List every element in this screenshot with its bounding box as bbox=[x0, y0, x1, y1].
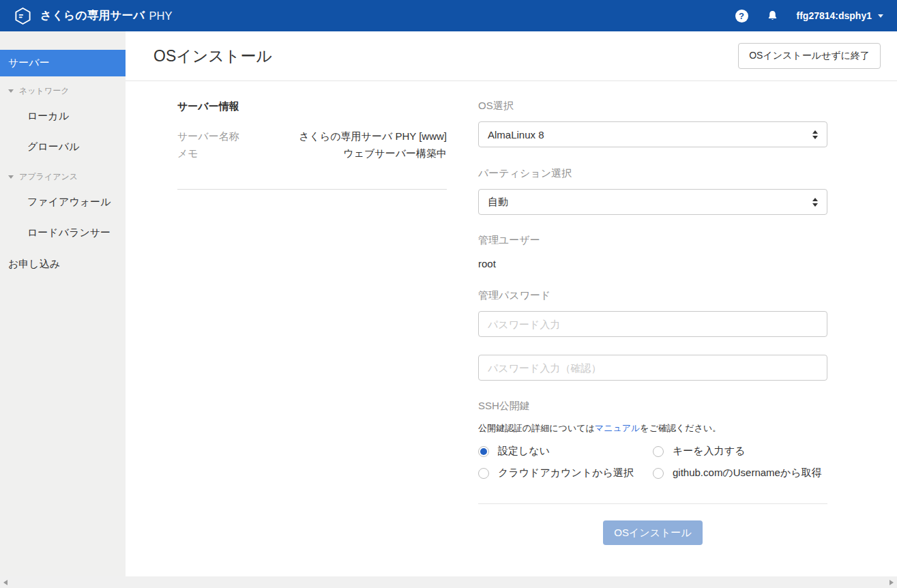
os-install-form: OS選択 AlmaLinux 8 パーティション選択 自動 管理ユーザー roo… bbox=[478, 100, 827, 545]
sidebar-item-local[interactable]: ローカル bbox=[0, 101, 126, 132]
radio-cloud-account[interactable]: クラウドアカウントから選択 bbox=[478, 467, 653, 480]
sidebar: サーバー ネットワーク ローカル グローバル アプライアンス ファイアウォール … bbox=[0, 31, 126, 576]
password-confirm-input[interactable] bbox=[478, 355, 827, 381]
radio-unselected-icon bbox=[653, 468, 664, 479]
sidebar-item-global[interactable]: グローバル bbox=[0, 132, 126, 162]
radio-unselected-icon bbox=[653, 446, 664, 457]
server-name-value: さくらの専用サーバ PHY [www] bbox=[299, 128, 447, 145]
os-select-label: OS選択 bbox=[478, 100, 827, 111]
exit-without-install-button[interactable]: OSインストールせずに終了 bbox=[738, 43, 881, 69]
memo-label: メモ bbox=[177, 145, 198, 162]
partition-select-label: パーティション選択 bbox=[478, 168, 827, 178]
server-info-title: サーバー情報 bbox=[177, 100, 447, 113]
scroll-left-icon[interactable] bbox=[3, 580, 8, 585]
divider bbox=[177, 189, 447, 190]
server-info-panel: サーバー情報 サーバー名称 さくらの専用サーバ PHY [www] メモ ウェブ… bbox=[177, 100, 447, 545]
account-name: ffg27814:dsphy1 bbox=[797, 10, 872, 21]
up-down-arrows-icon bbox=[812, 198, 818, 207]
server-name-label: サーバー名称 bbox=[177, 128, 239, 145]
admin-password-label: 管理パスワード bbox=[478, 290, 827, 300]
partition-select[interactable]: 自動 bbox=[478, 189, 827, 215]
radio-unselected-icon bbox=[478, 468, 489, 479]
sidebar-section-label: アプライアンス bbox=[19, 171, 78, 183]
manual-link[interactable]: マニュアル bbox=[595, 423, 641, 433]
triangle-down-icon bbox=[8, 175, 14, 179]
radio-label: クラウドアカウントから選択 bbox=[498, 467, 634, 480]
brand-title: さくらの専用サーバ bbox=[40, 8, 145, 23]
sidebar-item-order[interactable]: お申し込み bbox=[0, 248, 126, 280]
admin-user-label: 管理ユーザー bbox=[478, 235, 827, 245]
memo-value: ウェブサーバー構築中 bbox=[343, 145, 447, 162]
sidebar-item-server[interactable]: サーバー bbox=[0, 50, 126, 76]
page-header: OSインストール OSインストールせずに終了 bbox=[126, 31, 897, 81]
os-install-button[interactable]: OSインストール bbox=[603, 520, 702, 545]
radio-label: 設定しない bbox=[498, 445, 550, 458]
ssh-key-label: SSH公開鍵 bbox=[478, 400, 827, 411]
admin-user-value: root bbox=[478, 259, 827, 269]
sidebar-section-label: ネットワーク bbox=[19, 85, 69, 97]
radio-no-key[interactable]: 設定しない bbox=[478, 445, 653, 458]
bell-icon[interactable] bbox=[766, 10, 779, 23]
ssh-key-options: 設定しない キーを入力する クラウドアカウントから選択 github. bbox=[478, 445, 827, 480]
scroll-right-icon[interactable] bbox=[889, 580, 894, 585]
ssh-note-prefix: 公開鍵認証の詳細については bbox=[478, 423, 595, 433]
ssh-note-suffix: をご確認ください。 bbox=[640, 423, 721, 433]
sidebar-section-appliance[interactable]: アプライアンス bbox=[0, 162, 126, 187]
sidebar-section-network[interactable]: ネットワーク bbox=[0, 76, 126, 101]
help-icon[interactable]: ? bbox=[735, 10, 748, 23]
sidebar-item-firewall[interactable]: ファイアウォール bbox=[0, 187, 126, 218]
page: さくらの専用サーバ PHY ? ffg27814:dsphy1 サーバー ネット… bbox=[0, 0, 897, 588]
password-input[interactable] bbox=[478, 311, 827, 337]
sidebar-item-loadbalancer[interactable]: ロードバランサー bbox=[0, 218, 126, 248]
radio-label: github.comのUsernameから取得 bbox=[673, 467, 822, 480]
os-select[interactable]: AlmaLinux 8 bbox=[478, 121, 827, 147]
radio-enter-key[interactable]: キーを入力する bbox=[653, 445, 827, 458]
up-down-arrows-icon bbox=[812, 130, 818, 139]
os-select-value: AlmaLinux 8 bbox=[488, 129, 544, 141]
triangle-down-icon bbox=[8, 89, 14, 93]
divider bbox=[478, 503, 827, 504]
page-title: OSインストール bbox=[153, 46, 272, 67]
radio-selected-icon bbox=[478, 446, 489, 457]
account-menu[interactable]: ffg27814:dsphy1 bbox=[797, 10, 883, 21]
server-info-row: メモ ウェブサーバー構築中 bbox=[177, 145, 447, 162]
radio-label: キーを入力する bbox=[673, 445, 745, 458]
server-info-row: サーバー名称 さくらの専用サーバ PHY [www] bbox=[177, 128, 447, 145]
brand-suffix: PHY bbox=[149, 10, 173, 23]
ssh-key-note: 公開鍵認証の詳細についてはマニュアルをご確認ください。 bbox=[478, 423, 827, 433]
partition-select-value: 自動 bbox=[488, 196, 508, 209]
horizontal-scrollbar[interactable] bbox=[0, 576, 897, 588]
radio-github-username[interactable]: github.comのUsernameから取得 bbox=[653, 467, 827, 480]
topbar: さくらの専用サーバ PHY ? ffg27814:dsphy1 bbox=[0, 0, 897, 31]
caret-down-icon bbox=[878, 14, 883, 18]
brand-logo-icon bbox=[14, 7, 32, 25]
main-panel: OSインストール OSインストールせずに終了 サーバー情報 サーバー名称 さくら… bbox=[126, 31, 897, 576]
